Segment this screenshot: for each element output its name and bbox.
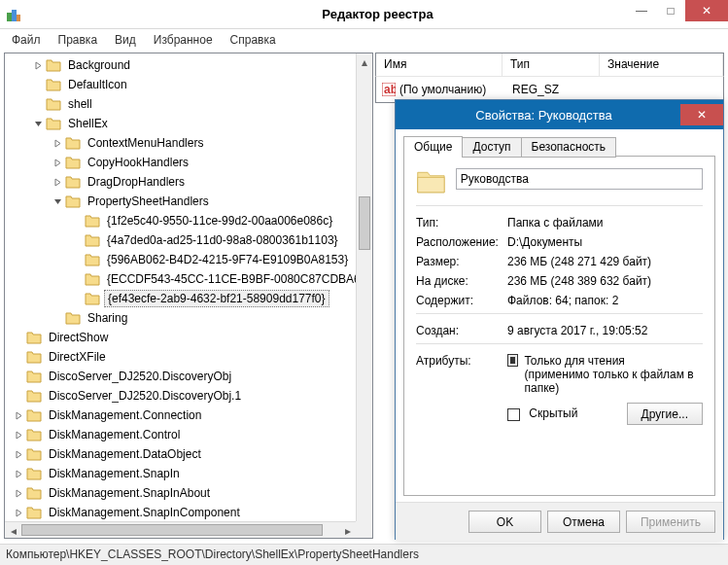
hscroll-thumb[interactable] [21, 524, 323, 536]
folder-name-input[interactable] [456, 168, 703, 190]
chevron-right-icon[interactable] [52, 157, 63, 168]
dialog-footer: OK Отмена Применить [396, 502, 723, 541]
twisty-none [52, 312, 63, 324]
cancel-button[interactable]: Отмена [547, 511, 620, 533]
menu-view[interactable]: Вид [107, 31, 144, 49]
tree-node[interactable]: DirectXFile [5, 347, 372, 367]
maximize-button[interactable]: □ [656, 0, 685, 21]
tree-node[interactable]: DragDropHandlers [5, 172, 372, 192]
tree-node[interactable]: ShellEx [5, 114, 372, 133]
vscrollbar[interactable]: ▴ ▾ [356, 53, 372, 538]
folder-icon [65, 194, 81, 208]
tree-label: {1f2e5c40-9550-11ce-99d2-00aa006e086c} [104, 213, 335, 229]
chevron-right-icon[interactable] [32, 59, 44, 71]
other-attributes-button[interactable]: Другие... [627, 403, 703, 425]
chevron-right-icon[interactable] [13, 487, 24, 499]
tree-label: Sharing [85, 310, 130, 326]
scroll-left-icon[interactable]: ◂ [5, 522, 21, 539]
minimize-button[interactable]: — [627, 0, 656, 21]
twisty-none [32, 98, 44, 110]
tab-security[interactable]: Безопасность [521, 137, 617, 158]
folder-icon [46, 78, 61, 91]
tree-node[interactable]: {ef43ecfe-2ab9-4632-bf21-58909dd177f0} [5, 289, 372, 308]
menubar: Файл Правка Вид Избранное Справка [0, 29, 728, 51]
chevron-right-icon[interactable] [13, 409, 24, 421]
tree-node[interactable]: CopyHookHandlers [5, 153, 372, 172]
label-size: Размер: [416, 255, 507, 268]
ok-button[interactable]: OK [468, 511, 541, 533]
svg-rect-1 [12, 10, 17, 21]
scroll-right-icon[interactable]: ▸ [339, 522, 356, 539]
tree-node[interactable]: Background [5, 55, 372, 75]
twisty-none [71, 215, 83, 227]
tree-node[interactable]: {596AB062-B4D2-4215-9F74-E9109B0A8153} [5, 250, 372, 269]
chevron-right-icon[interactable] [52, 137, 63, 149]
tree-label: DragDropHandlers [85, 174, 188, 190]
tree-node[interactable]: DirectShow [5, 328, 372, 347]
tab-sharing[interactable]: Доступ [462, 137, 521, 158]
folder-icon [65, 311, 81, 325]
tab-panel-general: Тип:Папка с файлами Расположение:D:\Доку… [403, 156, 715, 496]
tree-node[interactable]: {1f2e5c40-9550-11ce-99d2-00aa006e086c} [5, 211, 372, 230]
tree-node[interactable]: DiskManagement.Connection [5, 406, 372, 425]
tree-node[interactable]: DiskManagement.SnapInComponent [5, 503, 372, 522]
tree-node[interactable]: {ECCDF543-45CC-11CE-B9BF-0080C87CDBA6} [5, 269, 372, 289]
hscrollbar[interactable]: ◂ ▸ [5, 521, 356, 538]
menu-edit[interactable]: Правка [51, 31, 106, 49]
menu-favorites[interactable]: Избранное [146, 31, 221, 49]
folder-icon [65, 156, 81, 169]
scroll-thumb[interactable] [359, 196, 370, 250]
value-size: 236 МБ (248 271 429 байт) [507, 255, 703, 268]
checkbox-readonly[interactable] [507, 354, 518, 367]
svg-rect-2 [17, 15, 20, 21]
folder-icon [85, 292, 100, 305]
folder-icon [65, 175, 81, 189]
tree-node[interactable]: DefaultIcon [5, 75, 372, 94]
chevron-right-icon[interactable] [13, 448, 24, 460]
tree-node[interactable]: shell [5, 94, 372, 114]
col-type[interactable]: Тип [503, 53, 600, 76]
chevron-down-icon[interactable] [52, 195, 63, 207]
tree-label: DiskManagement.SnapIn [46, 466, 183, 481]
label-hidden: Скрытый [529, 406, 577, 420]
menu-help[interactable]: Справка [223, 31, 284, 49]
folder-icon [46, 117, 61, 130]
tree-node[interactable]: DiskManagement.SnapIn [5, 464, 372, 483]
checkbox-hidden[interactable] [507, 408, 520, 421]
tree-label: DiskManagement.SnapInAbout [46, 485, 213, 501]
chevron-down-icon[interactable] [32, 118, 44, 129]
tree-node[interactable]: Sharing [5, 308, 372, 328]
tree-node[interactable]: DiscoServer_DJ2520.DiscoveryObj.1 [5, 386, 372, 406]
tree-label: DiskManagement.Control [46, 427, 183, 442]
tree-node[interactable]: DiscoServer_DJ2520.DiscoveryObj [5, 367, 372, 386]
col-value[interactable]: Значение [600, 53, 723, 76]
folder-icon [26, 447, 42, 461]
label-readonly: Только для чтения [524, 354, 624, 368]
tree-label: {4a7ded0a-ad25-11d0-98a8-0800361b1103} [104, 232, 341, 248]
value-location: D:\Документы [507, 235, 703, 249]
tree-node[interactable]: DiskManagement.SnapInAbout [5, 483, 372, 503]
dialog-titlebar: Свойства: Руководства ✕ [396, 100, 723, 129]
col-name[interactable]: Имя [376, 53, 503, 76]
tree-node[interactable]: ContextMenuHandlers [5, 133, 372, 153]
chevron-right-icon[interactable] [13, 468, 24, 479]
chevron-right-icon[interactable] [52, 176, 63, 188]
tab-general[interactable]: Общие [403, 136, 463, 157]
folder-icon [85, 253, 100, 266]
apply-button[interactable]: Применить [626, 511, 715, 533]
chevron-right-icon[interactable] [13, 507, 24, 518]
twisty-none [13, 332, 24, 343]
dialog-close-button[interactable]: ✕ [680, 104, 723, 125]
tree-node[interactable]: DiskManagement.DataObject [5, 444, 372, 464]
tree-node[interactable]: DiskManagement.Control [5, 425, 372, 444]
tree-node[interactable]: {4a7ded0a-ad25-11d0-98a8-0800361b1103} [5, 230, 372, 250]
folder-icon [26, 506, 42, 519]
close-button[interactable]: ✕ [685, 0, 728, 21]
value-type: Папка с файлами [507, 216, 703, 230]
menu-file[interactable]: Файл [4, 31, 49, 49]
status-bar: Компьютер\HKEY_CLASSES_ROOT\Directory\Sh… [0, 544, 728, 565]
chevron-right-icon[interactable] [13, 429, 24, 441]
tree-label: CopyHookHandlers [85, 155, 191, 170]
tree-node[interactable]: PropertySheetHandlers [5, 192, 372, 211]
scroll-up-icon[interactable]: ▴ [357, 53, 372, 70]
